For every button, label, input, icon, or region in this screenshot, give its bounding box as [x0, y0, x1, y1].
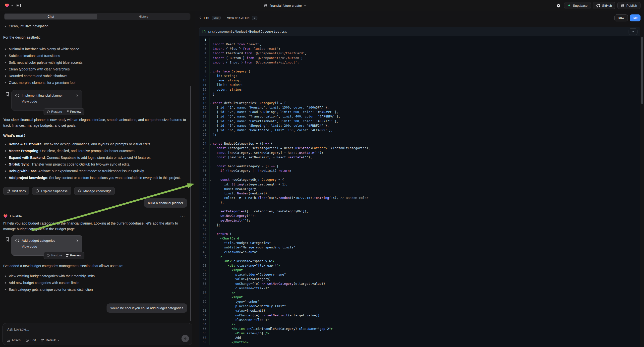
settings-gear-button[interactable]	[555, 2, 562, 9]
view-on-github-label: View on GitHub	[227, 16, 250, 20]
code-line: 9 id: string;	[200, 74, 640, 78]
code-icon	[15, 239, 20, 242]
diff-toggle-button[interactable]: Diff	[630, 14, 640, 22]
tab-history[interactable]: History	[97, 14, 190, 20]
bullet-dot	[5, 26, 6, 27]
bullet-text: Soft, neutral color palette with light b…	[9, 59, 83, 66]
bookmark-icon[interactable]	[6, 237, 9, 242]
design-intro: For the design aesthetic:	[3, 34, 190, 40]
card-title: Implement financial planner	[22, 94, 63, 97]
chat-scrollbar[interactable]	[190, 86, 191, 321]
view-code-link[interactable]: View code	[22, 100, 78, 103]
code-line: 23	[200, 137, 640, 142]
chevron-down-icon[interactable]	[11, 4, 14, 7]
step-rest: : Activate our experimental "chat mode" …	[36, 169, 145, 173]
lovable-heart-logo[interactable]	[4, 3, 10, 8]
code-line: 56 className="flex-1"	[200, 286, 640, 290]
step-lead: Expand with Backend	[9, 156, 45, 160]
step-rest: : Connect Supabase to add login, store d…	[45, 156, 152, 160]
code-line: 54 value={newCategory}	[200, 277, 640, 281]
send-button[interactable]	[182, 335, 189, 342]
sidebar-toggle-button[interactable]	[15, 2, 22, 9]
file-header[interactable]: src/components/budget/BudgetCategories.t…	[200, 27, 640, 36]
collapse-file-button[interactable]	[628, 28, 638, 35]
github-label: GitHub	[602, 4, 612, 8]
ask-lovable-input[interactable]: Ask Lovable... Attach Edit Default	[2, 323, 192, 345]
list-item: Minimalist interface with plenty of whit…	[3, 46, 190, 52]
manage-knowledge-label: Manage knowledge	[84, 189, 112, 193]
explore-supabase-button[interactable]: Explore Supabase	[32, 187, 71, 195]
code-line: 3import { Plus } from 'lucide-react';	[200, 46, 640, 51]
restore-preview-pill: Restore Preview	[44, 108, 84, 115]
sliders-icon	[41, 338, 44, 342]
card-title: Add budget categories	[22, 239, 55, 242]
bookmark-icon[interactable]	[6, 92, 9, 96]
list-item: Clean, intuitive navigation	[3, 23, 190, 30]
tab-chat[interactable]: Chat	[4, 14, 97, 20]
bullet-dot	[5, 289, 6, 290]
preview-button[interactable]: Preview	[66, 110, 81, 114]
code-line: 43	[200, 227, 640, 232]
globe-icon	[264, 4, 268, 8]
chevron-down-icon	[304, 4, 307, 7]
code-line: 19 { id: '4', name: 'Entertainment', lim…	[200, 119, 640, 124]
view-on-github-button[interactable]: View on GitHub G	[227, 16, 258, 20]
code-editor[interactable]: 12import React from 'react';3import { Pl…	[200, 36, 640, 347]
code-line: 29⌄ const handleAddCategory = () => {	[200, 164, 640, 168]
added-summary-paragraph: I've added a new budget categories manag…	[3, 263, 190, 269]
code-line: 68 </Button>	[200, 340, 640, 344]
manage-knowledge-button[interactable]: Manage knowledge	[74, 187, 115, 195]
list-item: GitHub Sync: Transfer your project's cod…	[3, 161, 190, 168]
project-switcher[interactable]: financial-future-creator	[264, 0, 307, 11]
bullet-dot	[5, 144, 6, 145]
code-line: 27 const [newLimit, setNewLimit] = React…	[200, 155, 640, 160]
bullet-dot	[5, 76, 6, 77]
attach-button[interactable]: Attach	[7, 338, 20, 342]
bullet-dot	[5, 150, 6, 152]
list-item: Rounded corners and subtle shadows	[3, 73, 190, 80]
exit-button[interactable]: Exit ESC	[199, 16, 220, 20]
code-line: 65 <Button onClick={handleAddCategory} c…	[200, 326, 640, 331]
lovable-heart-logo	[3, 214, 8, 218]
model-selector[interactable]: Default	[41, 338, 60, 342]
step-lead: Debug with Ease	[9, 169, 36, 173]
external-link-icon	[7, 190, 10, 193]
more-options-icon[interactable]: ···	[180, 214, 185, 218]
chevron-right-icon[interactable]	[76, 239, 78, 242]
restore-button[interactable]: Restore	[47, 254, 62, 257]
bullet-dot	[5, 276, 6, 277]
preview-button[interactable]: Preview	[66, 254, 81, 257]
code-line: 5import { Button } from '@/components/ui…	[200, 56, 640, 60]
restore-button[interactable]: Restore	[47, 110, 62, 114]
code-line: 21 { id: '6', name: 'Healthcare', limit:…	[200, 128, 640, 132]
bullet-text: Rounded corners and subtle shadows	[9, 73, 67, 80]
code-line: 32⌄ const newCategoryObj: Category = {	[200, 178, 640, 182]
chat-panel: Chat History Clean, intuitive navigation…	[0, 11, 195, 347]
code-line: 6import { Input } from '@/components/ui/…	[200, 60, 640, 65]
list-item: Debug with Ease: Activate our experiment…	[3, 168, 190, 174]
code-line: 14	[200, 96, 640, 101]
design-bullet-list: Minimalist interface with plenty of whit…	[3, 46, 190, 86]
bullet-text: Glass-morphic elements for a premium fee…	[9, 80, 76, 86]
code-line: 33 id: String(categories.length + 1),	[200, 182, 640, 187]
implement-financial-planner-card[interactable]: Implement financial planner View code Re…	[12, 90, 82, 110]
view-code-link[interactable]: View code	[22, 245, 78, 248]
code-scrollbar[interactable]	[641, 37, 643, 104]
code-line: 66 <Plus size={16} />	[200, 331, 640, 336]
edit-mode-button[interactable]: Edit	[26, 338, 36, 342]
add-budget-categories-card[interactable]: Add budget categories View code Restore …	[12, 235, 82, 256]
step-rest: : Transfer your project's code to GitHub…	[30, 162, 130, 166]
user-message-bubble: build a financial planner	[144, 198, 187, 208]
code-line: 46 title="Budget Categories"	[200, 241, 640, 245]
chevron-right-icon[interactable]	[76, 94, 78, 97]
github-button[interactable]: GitHub	[593, 2, 615, 9]
visit-docs-button[interactable]: Visit docs	[3, 187, 29, 195]
reply-intro-paragraph: I'll help you add budget categories to t…	[3, 220, 190, 232]
supabase-button[interactable]: Supabase	[564, 2, 591, 9]
raw-toggle-button[interactable]: Raw	[614, 14, 628, 22]
publish-button[interactable]: Publish	[617, 2, 640, 9]
list-item: View existing budget categories with the…	[3, 273, 190, 280]
list-item: Refine & Customize: Tweak the design, an…	[3, 141, 190, 148]
code-line: 12 color: string;	[200, 87, 640, 92]
code-line: 38	[200, 204, 640, 209]
